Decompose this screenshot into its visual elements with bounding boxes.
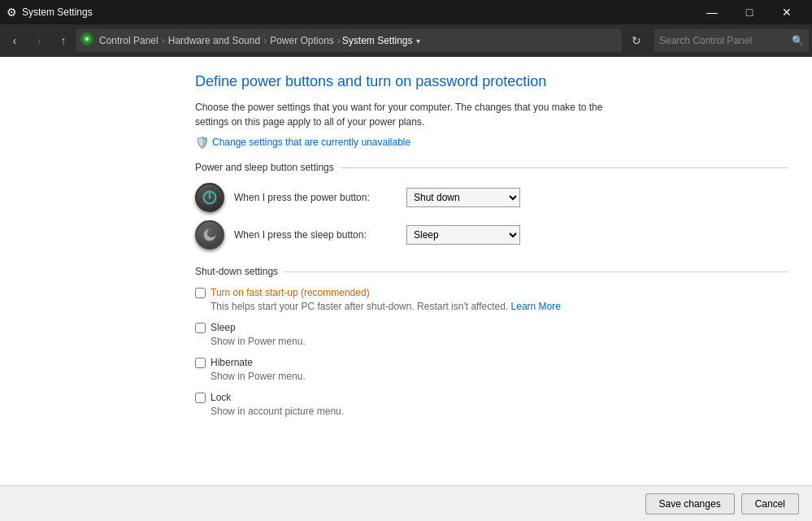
- page-title: Define power buttons and turn on passwor…: [195, 73, 788, 90]
- sleep-button-label: When I press the sleep button:: [234, 229, 397, 241]
- title-bar-controls: — □ ✕: [693, 0, 805, 24]
- power-button-row: When I press the power button: Shut down…: [195, 183, 788, 212]
- breadcrumb-nav-icon: [80, 32, 94, 50]
- maximize-button[interactable]: □: [731, 0, 768, 24]
- search-icon: 🔍: [792, 35, 804, 46]
- shutdown-item-hibernate: Hibernate Show in Power menu.: [195, 357, 788, 382]
- title-bar-left: ⚙ System Settings: [7, 6, 93, 19]
- lock-desc: Show in account picture menu.: [211, 406, 788, 417]
- search-input[interactable]: [659, 35, 792, 46]
- lock-label: Lock: [211, 392, 231, 403]
- breadcrumb-control-panel[interactable]: Control Panel: [98, 35, 160, 46]
- bottom-bar: Save changes Cancel: [0, 485, 812, 521]
- power-sleep-button-settings: Power and sleep button settings When I p…: [195, 162, 788, 250]
- lock-checkbox[interactable]: [195, 393, 206, 403]
- page-description: Choose the power settings that you want …: [195, 100, 618, 129]
- sleep-checkbox-row: Sleep: [195, 322, 788, 333]
- shield-icon: 🛡️: [195, 136, 209, 149]
- fast-startup-checkbox[interactable]: [195, 288, 206, 298]
- search-bar: 🔍: [654, 29, 809, 52]
- breadcrumb-dropdown-button[interactable]: ▾: [413, 37, 423, 46]
- minimize-button[interactable]: —: [693, 0, 731, 24]
- forward-button[interactable]: ›: [28, 29, 50, 52]
- sleep-button-row: When I press the sleep button: Sleep Hib…: [195, 220, 788, 250]
- close-button[interactable]: ✕: [768, 0, 805, 24]
- shutdown-settings-section: Shut-down settings Turn on fast start-up…: [195, 266, 788, 417]
- shutdown-item-fast-startup: Turn on fast start-up (recommended) This…: [195, 287, 788, 312]
- lock-checkbox-row: Lock: [195, 392, 788, 403]
- section-divider-shutdown: [284, 271, 788, 272]
- hibernate-checkbox-row: Hibernate: [195, 357, 788, 368]
- fast-startup-desc: This helps start your PC faster after sh…: [211, 301, 788, 312]
- section-header-power: Power and sleep button settings: [195, 162, 788, 173]
- title-bar: ⚙ System Settings — □ ✕: [0, 0, 812, 24]
- fast-startup-label: Turn on fast start-up (recommended): [211, 287, 370, 298]
- shutdown-item-sleep: Sleep Show in Power menu.: [195, 322, 788, 347]
- power-button-label: When I press the power button:: [234, 192, 397, 203]
- power-icon: [195, 183, 224, 212]
- change-settings-link[interactable]: Change settings that are currently unava…: [212, 137, 410, 148]
- sleep-icon-circle: [195, 220, 224, 250]
- sleep-checkbox[interactable]: [195, 323, 206, 333]
- hibernate-checkbox[interactable]: [195, 358, 206, 368]
- app-title: System Settings: [22, 7, 93, 18]
- power-svg-icon: [201, 189, 219, 206]
- back-button[interactable]: ‹: [3, 29, 26, 52]
- app-icon: ⚙: [7, 6, 17, 19]
- cancel-button[interactable]: Cancel: [741, 493, 799, 514]
- sleep-label: Sleep: [211, 322, 236, 333]
- save-changes-button[interactable]: Save changes: [645, 493, 735, 514]
- sleep-svg-icon: [201, 226, 219, 244]
- hibernate-label: Hibernate: [211, 357, 253, 368]
- breadcrumb-current: System Settings: [342, 35, 413, 46]
- change-settings-link-row: 🛡️ Change settings that are currently un…: [195, 136, 788, 149]
- section-title-power: Power and sleep button settings: [195, 162, 334, 173]
- breadcrumb-hardware-and-sound[interactable]: Hardware and Sound: [167, 35, 262, 46]
- learn-more-link[interactable]: Learn More: [511, 301, 561, 312]
- power-button-select[interactable]: Shut down Sleep Hibernate Turn off the d…: [406, 188, 520, 207]
- main-content: Define power buttons and turn on passwor…: [0, 57, 812, 485]
- sleep-desc: Show in Power menu.: [211, 336, 788, 347]
- section-title-shutdown: Shut-down settings: [195, 266, 278, 277]
- section-header-shutdown: Shut-down settings: [195, 266, 788, 277]
- up-button[interactable]: ↑: [52, 29, 75, 52]
- fast-startup-desc-text: This helps start your PC faster after sh…: [211, 301, 511, 312]
- svg-point-2: [85, 37, 89, 41]
- breadcrumb-bar: Control Panel › Hardware and Sound › Pow…: [76, 29, 622, 52]
- nav-bar: ‹ › ↑ Control Panel › Hardware and Sound…: [0, 24, 812, 57]
- sleep-icon: [195, 220, 224, 250]
- hibernate-desc: Show in Power menu.: [211, 371, 788, 382]
- section-divider-power: [341, 167, 788, 168]
- fast-startup-checkbox-row: Turn on fast start-up (recommended): [195, 287, 788, 298]
- sleep-button-select[interactable]: Sleep Hibernate Shut down Turn off the d…: [406, 225, 520, 245]
- breadcrumb-power-options[interactable]: Power Options: [268, 35, 336, 46]
- refresh-button[interactable]: ↻: [625, 29, 648, 52]
- shutdown-item-lock: Lock Show in account picture menu.: [195, 392, 788, 417]
- power-icon-circle: [195, 183, 224, 212]
